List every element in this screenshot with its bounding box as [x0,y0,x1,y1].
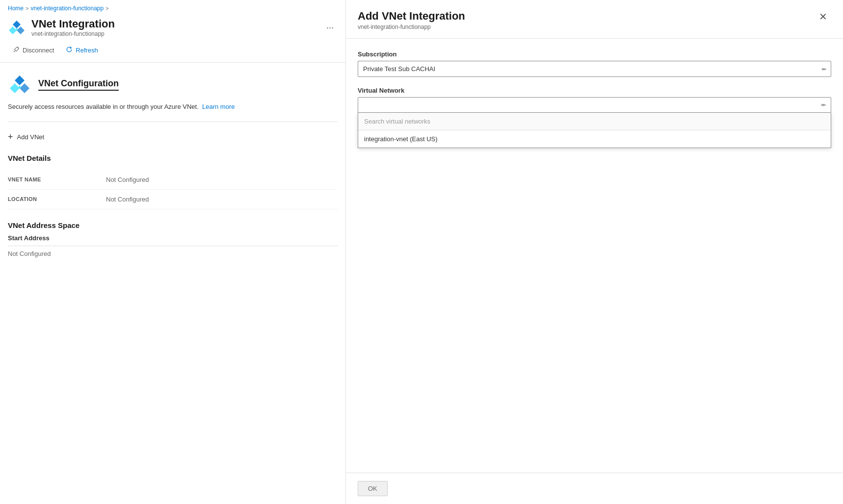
plus-icon: + [8,132,13,142]
vnet-details-title: VNet Details [8,154,338,162]
refresh-label: Refresh [76,47,98,54]
location-row: LOCATION Not Configured [8,190,338,209]
disconnect-label: Disconnect [23,47,54,54]
disconnect-icon [13,46,20,54]
virtual-network-dropdown-container[interactable]: ⤔ integration-vnet (East US) [358,97,831,148]
subscription-select[interactable]: Private Test Sub CACHAI [358,61,831,77]
right-panel: Add VNet Integration vnet-integration-fu… [346,0,843,504]
toolbar: Disconnect Refresh [0,38,345,63]
vnet-option-integration-vnet[interactable]: integration-vnet (East US) [358,130,831,148]
address-section-title: VNet Address Space [8,221,338,229]
learn-more-link[interactable]: Learn more [202,103,235,110]
virtual-network-chevron-icon: ⤔ [821,101,826,108]
panel-header: Add VNet Integration vnet-integration-fu… [346,0,843,39]
subscription-select-wrapper: Private Test Sub CACHAI ⤔ [358,61,831,77]
vnet-name-label: VNET NAME [8,176,106,182]
close-panel-button[interactable]: ✕ [815,10,831,24]
start-address-value: Not Configured [8,250,338,257]
svg-marker-6 [20,83,29,93]
refresh-icon [66,46,73,54]
panel-body: Subscription Private Test Sub CACHAI ⤔ V… [346,39,843,473]
svg-marker-2 [17,26,25,34]
svg-point-3 [16,28,18,30]
vnet-config-icon [8,75,31,94]
add-vnet-button[interactable]: + Add VNet [8,130,44,144]
virtual-network-dropdown: integration-vnet (East US) [358,113,831,148]
vnet-name-value: Not Configured [106,176,149,183]
description-text: Securely access resources available in o… [8,102,338,112]
panel-title-row: Add VNet Integration vnet-integration-fu… [358,10,831,30]
section-header: VNet Configuration [8,75,338,94]
vnet-integration-icon [8,19,26,36]
breadcrumb: Home > vnet-integration-functionapp > [0,0,345,16]
breadcrumb-sep1: > [26,5,28,11]
svg-marker-1 [9,26,17,34]
more-options-button[interactable]: ··· [322,21,338,35]
content-area: VNet Configuration Securely access resou… [0,63,345,504]
vnet-address-section: VNet Address Space Start Address Not Con… [8,221,338,257]
breadcrumb-app[interactable]: vnet-integration-functionapp [30,5,104,12]
disconnect-button[interactable]: Disconnect [8,43,59,57]
start-address-label: Start Address [8,234,338,242]
virtual-network-label: Virtual Network [358,87,831,94]
breadcrumb-sep2: > [105,5,108,11]
panel-subtitle: vnet-integration-functionapp [358,24,465,30]
left-panel: Home > vnet-integration-functionapp > VN… [0,0,346,504]
virtual-network-select-trigger[interactable]: ⤔ [358,97,831,113]
svg-point-7 [19,86,21,89]
svg-marker-0 [13,21,21,28]
section-title: VNet Configuration [38,78,119,91]
location-value: Not Configured [106,196,149,203]
panel-title-block: Add VNet Integration vnet-integration-fu… [358,10,465,30]
subscription-label: Subscription [358,50,831,58]
ok-button[interactable]: OK [358,481,388,496]
address-divider [8,246,338,246]
divider-1 [8,122,338,122]
location-label: LOCATION [8,196,106,202]
title-text-block: VNet Integration vnet-integration-functi… [31,18,115,37]
panel-title: Add VNet Integration [358,10,465,23]
panel-footer: OK [346,473,843,504]
refresh-button[interactable]: Refresh [61,43,103,57]
title-row: VNet Integration vnet-integration-functi… [0,16,345,38]
svg-marker-5 [10,83,20,93]
svg-marker-4 [15,76,25,85]
vnet-details-section: VNet Details VNET NAME Not Configured LO… [8,154,338,209]
vnet-name-row: VNET NAME Not Configured [8,170,338,190]
virtual-network-search-input[interactable] [358,113,831,130]
page-title: VNet Integration [31,18,115,30]
page-subtitle: vnet-integration-functionapp [31,30,115,37]
breadcrumb-home[interactable]: Home [8,5,24,12]
add-vnet-label: Add VNet [17,133,45,141]
